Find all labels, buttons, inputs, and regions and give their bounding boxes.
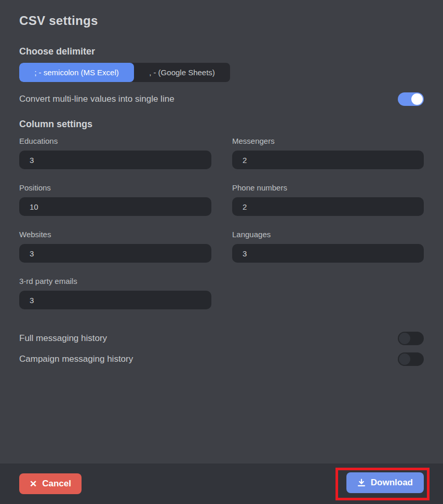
toggle-knob	[399, 353, 410, 365]
full-messaging-history-label: Full messaging history	[19, 333, 107, 344]
languages-label: Languages	[232, 230, 424, 239]
cancel-button-label: Cancel	[42, 479, 71, 489]
close-icon: ✕	[30, 480, 37, 488]
messengers-label: Messengers	[232, 137, 424, 145]
websites-label: Websites	[19, 230, 211, 239]
field-languages: Languages	[232, 230, 424, 263]
download-button-label: Download	[371, 478, 413, 488]
languages-input[interactable]	[232, 244, 424, 263]
phone-numbers-input[interactable]	[232, 197, 424, 216]
delimiter-option-comma[interactable]: , - (Google Sheets)	[134, 63, 230, 82]
convert-multiline-label: Convert multi-line values into single li…	[19, 94, 174, 104]
websites-input[interactable]	[19, 244, 211, 263]
campaign-messaging-history-label: Campaign messaging history	[19, 354, 133, 364]
educations-input[interactable]	[19, 151, 211, 169]
campaign-messaging-history-row: Campaign messaging history	[19, 349, 424, 370]
field-educations: Educations	[19, 137, 211, 169]
download-highlight-annotation: Download	[335, 468, 429, 500]
third-party-emails-label: 3-rd party emails	[19, 277, 211, 285]
delimiter-segmented-control: ; - semicolon (MS Excel) , - (Google She…	[19, 63, 230, 82]
full-messaging-history-toggle[interactable]	[398, 332, 424, 345]
download-icon	[357, 479, 366, 487]
positions-input[interactable]	[19, 197, 211, 216]
csv-settings-dialog: CSV settings Choose delimiter ; - semico…	[0, 0, 443, 370]
convert-multiline-row: Convert multi-line values into single li…	[19, 92, 424, 106]
toggle-knob	[411, 93, 423, 105]
field-positions: Positions	[19, 183, 211, 216]
toggle-knob	[399, 333, 410, 344]
grid-spacer	[232, 277, 424, 323]
download-button[interactable]: Download	[346, 472, 424, 493]
messengers-input[interactable]	[232, 151, 424, 169]
column-settings-grid: Educations Messengers Positions Phone nu…	[19, 137, 424, 323]
dialog-footer: ✕ Cancel Download	[0, 464, 443, 504]
field-phone-numbers: Phone numbers	[232, 183, 424, 216]
field-websites: Websites	[19, 230, 211, 263]
third-party-emails-input[interactable]	[19, 291, 211, 309]
convert-multiline-toggle[interactable]	[398, 92, 424, 106]
history-toggles: Full messaging history Campaign messagin…	[19, 328, 424, 370]
campaign-messaging-history-toggle[interactable]	[398, 352, 424, 366]
full-messaging-history-row: Full messaging history	[19, 328, 424, 349]
field-messengers: Messengers	[232, 137, 424, 169]
dialog-title: CSV settings	[19, 13, 424, 28]
educations-label: Educations	[19, 137, 211, 145]
delimiter-option-semicolon[interactable]: ; - semicolon (MS Excel)	[19, 63, 134, 82]
phone-numbers-label: Phone numbers	[232, 183, 424, 192]
column-settings-heading: Column settings	[19, 119, 424, 130]
delimiter-heading: Choose delimiter	[19, 46, 424, 57]
positions-label: Positions	[19, 183, 211, 192]
cancel-button[interactable]: ✕ Cancel	[19, 473, 82, 494]
field-third-party-emails: 3-rd party emails	[19, 277, 211, 309]
